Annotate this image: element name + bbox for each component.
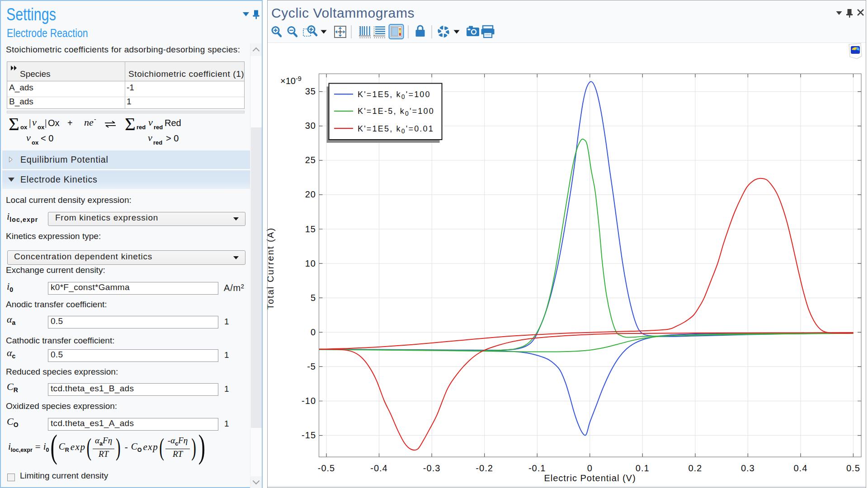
svg-text:0.3: 0.3 [741,463,755,473]
svg-text:-0.4: -0.4 [370,463,387,473]
svg-text:0: 0 [311,327,316,337]
svg-text:0: 0 [587,463,593,473]
svg-text:-15: -15 [302,430,316,440]
svg-text:0.1: 0.1 [636,463,650,473]
svg-text:K'=1E5, k0'=0.01: K'=1E5, k0'=0.01 [358,124,434,135]
svg-text:K'=1E-5, k0'=100: K'=1E-5, k0'=100 [358,107,434,117]
svg-text:25: 25 [305,155,316,165]
svg-text:30: 30 [305,121,316,131]
svg-text:K'=1E5, k0'=100: K'=1E5, k0'=100 [358,90,431,100]
svg-text:-0.3: -0.3 [423,463,440,473]
svg-text:-0.5: -0.5 [318,463,335,473]
svg-text:-0.2: -0.2 [476,463,493,473]
svg-text:0.4: 0.4 [793,463,807,473]
svg-text:0.2: 0.2 [688,463,702,473]
svg-text:Electric Potential (V): Electric Potential (V) [544,473,636,483]
svg-text:-10: -10 [302,396,316,406]
svg-text:-5: -5 [307,361,316,371]
svg-text:×10-9: ×10-9 [280,75,302,86]
svg-text:20: 20 [305,189,316,199]
svg-text:Total Current (A): Total Current (A) [265,227,275,310]
svg-text:0.5: 0.5 [846,463,860,473]
svg-text:10: 10 [305,258,316,268]
svg-text:15: 15 [305,224,316,234]
svg-text:-0.1: -0.1 [528,463,546,473]
svg-text:35: 35 [305,86,316,96]
svg-text:5: 5 [311,293,316,303]
